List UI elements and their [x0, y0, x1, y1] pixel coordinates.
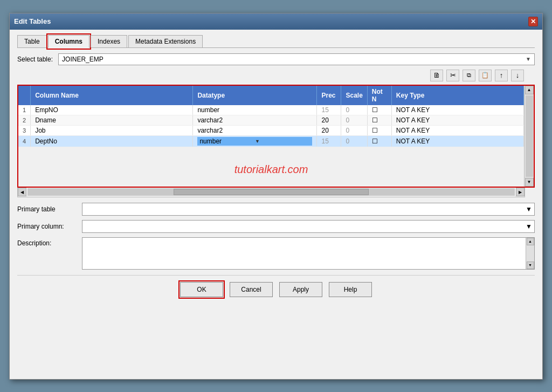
key-type-cell[interactable]: NOT A KEY [391, 135, 523, 147]
datatype-cell[interactable]: number [193, 105, 317, 115]
help-button[interactable]: Help [329, 282, 372, 297]
col-name-cell[interactable]: Dname [31, 115, 193, 125]
select-table-row: Select table: JOINER_EMP ▼ [17, 53, 535, 65]
not-null-cell[interactable]: ☐ [367, 115, 391, 125]
description-field[interactable]: ▲ ▼ [82, 237, 535, 270]
desc-vertical-scrollbar[interactable]: ▲ ▼ [526, 238, 534, 269]
close-icon: ✕ [530, 18, 536, 25]
edit-tables-dialog: Edit Tables ✕ Table Columns Indexes Meta… [9, 13, 543, 380]
paste-button[interactable]: 📋 [479, 70, 492, 81]
prec-cell[interactable]: 15 [317, 105, 341, 115]
watermark-text: tutorialkart.com [18, 147, 524, 187]
table-row[interactable]: 1 EmpNO number 15 0 ☐ NOT A KEY [18, 105, 524, 115]
tab-bar: Table Columns Indexes Metadata Extension… [17, 35, 535, 48]
cancel-button[interactable]: Cancel [230, 282, 273, 297]
key-type-cell[interactable]: NOT A KEY [391, 125, 523, 135]
close-button[interactable]: ✕ [528, 17, 538, 26]
horizontal-scrollbar[interactable]: ◀ ▶ [17, 188, 525, 197]
move-up-button[interactable]: ↑ [495, 70, 508, 81]
move-down-button[interactable]: ↓ [511, 70, 524, 81]
apply-button[interactable]: Apply [279, 282, 322, 297]
scroll-right-button[interactable]: ▶ [516, 188, 525, 196]
scale-cell[interactable]: 0 [341, 105, 367, 115]
description-label: Description: [17, 237, 82, 247]
scroll-left-button[interactable]: ◀ [18, 188, 26, 196]
primary-table-dropdown[interactable]: ▼ [82, 203, 535, 216]
tab-columns[interactable]: Columns [48, 35, 89, 48]
description-row: Description: ▲ ▼ [17, 237, 535, 270]
primary-table-label: Primary table [17, 205, 82, 213]
key-type-cell[interactable]: NOT A KEY [391, 105, 523, 115]
row-num: 4 [18, 135, 31, 147]
copy-icon: ⧉ [467, 72, 471, 79]
columns-table: Column Name Datatype Prec Scale Not N Ke… [18, 86, 524, 147]
down-arrow-icon: ↓ [516, 71, 520, 79]
columns-table-container: Column Name Datatype Prec Scale Not N Ke… [17, 85, 535, 188]
footer-buttons: OK Cancel Apply Help [17, 275, 535, 301]
col-name-cell[interactable]: DeptNo [31, 135, 193, 147]
cut-button[interactable]: ✂ [446, 70, 459, 81]
scale-cell[interactable]: 0 [341, 115, 367, 125]
row-num: 2 [18, 115, 31, 125]
desc-scroll-down-button[interactable]: ▼ [527, 262, 534, 269]
not-null-cell[interactable]: ☐ [367, 125, 391, 135]
copy-button[interactable]: ⧉ [463, 70, 475, 81]
scroll-up-button[interactable]: ▲ [525, 86, 534, 94]
desc-scroll-up-button[interactable]: ▲ [527, 238, 534, 245]
chevron-down-icon: ▼ [526, 223, 532, 230]
dialog-body: Table Columns Indexes Metadata Extension… [10, 30, 542, 379]
table-row[interactable]: 4 DeptNo number ▼ 15 0 ☐ NOT A [18, 135, 524, 147]
col-name-cell[interactable]: Job [31, 125, 193, 135]
not-null-cell[interactable]: ☐ [367, 105, 391, 115]
columns-table-body: 1 EmpNO number 15 0 ☐ NOT A KEY 2 Dname [18, 105, 524, 147]
not-null-cell[interactable]: ☐ [367, 135, 391, 147]
cut-icon: ✂ [450, 71, 456, 79]
ok-button[interactable]: OK [180, 282, 223, 297]
col-header-num [18, 86, 31, 105]
h-scroll-track[interactable] [27, 188, 515, 196]
row-num: 1 [18, 105, 31, 115]
col-header-key-type: Key Type [391, 86, 523, 105]
new-icon: 🗎 [433, 71, 440, 79]
new-row-button[interactable]: 🗎 [430, 70, 443, 81]
primary-table-row: Primary table ▼ [17, 203, 535, 216]
datatype-cell[interactable]: varchar2 [193, 115, 317, 125]
primary-column-label: Primary column: [17, 223, 82, 230]
col-header-prec: Prec [317, 86, 341, 105]
chevron-down-icon: ▼ [526, 56, 531, 62]
datatype-cell[interactable]: number ▼ [193, 135, 317, 147]
dialog-title: Edit Tables [14, 17, 51, 25]
select-table-label: Select table: [17, 56, 53, 63]
scale-cell[interactable]: 0 [341, 135, 367, 147]
col-header-datatype: Datatype [193, 86, 317, 105]
tab-table[interactable]: Table [17, 35, 47, 47]
chevron-down-icon: ▼ [526, 205, 532, 213]
row-num: 3 [18, 125, 31, 135]
select-table-value: JOINER_EMP [62, 56, 104, 63]
tab-metadata[interactable]: Metadata Extensions [128, 35, 203, 47]
vertical-scrollbar[interactable]: ▲ ▼ [524, 86, 534, 187]
primary-column-row: Primary column: ▼ [17, 220, 535, 233]
up-arrow-icon: ↑ [500, 71, 503, 79]
table-row[interactable]: 2 Dname varchar2 20 0 ☐ NOT A KEY [18, 115, 524, 125]
chevron-down-icon: ▼ [255, 139, 310, 144]
prec-cell[interactable]: 20 [317, 115, 341, 125]
datatype-value: number [199, 137, 255, 145]
prec-cell[interactable]: 15 [317, 135, 341, 147]
column-toolbar: 🗎 ✂ ⧉ 📋 ↑ ↓ [17, 70, 535, 81]
key-type-cell[interactable]: NOT A KEY [391, 115, 523, 125]
prec-cell[interactable]: 20 [317, 125, 341, 135]
col-name-cell[interactable]: EmpNO [31, 105, 193, 115]
scale-cell[interactable]: 0 [341, 125, 367, 135]
select-table-dropdown[interactable]: JOINER_EMP ▼ [58, 53, 535, 65]
title-bar: Edit Tables ✕ [10, 13, 542, 30]
col-header-column-name: Column Name [31, 86, 193, 105]
col-header-scale: Scale [341, 86, 367, 105]
scroll-down-button[interactable]: ▼ [525, 178, 534, 187]
scroll-thumb[interactable] [526, 95, 533, 177]
datatype-cell[interactable]: varchar2 [193, 125, 317, 135]
table-row[interactable]: 3 Job varchar2 20 0 ☐ NOT A KEY [18, 125, 524, 135]
primary-column-dropdown[interactable]: ▼ [82, 220, 535, 233]
tab-indexes[interactable]: Indexes [91, 35, 127, 47]
h-scroll-thumb[interactable] [174, 189, 369, 195]
